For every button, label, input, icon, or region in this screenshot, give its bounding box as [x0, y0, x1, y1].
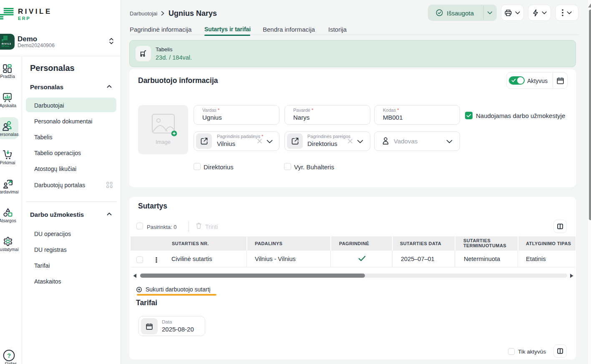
- svg-text:?: ?: [7, 352, 11, 359]
- svg-text:RIVILE: RIVILE: [2, 43, 11, 45]
- svg-text:ERP demo: ERP demo: [2, 45, 10, 47]
